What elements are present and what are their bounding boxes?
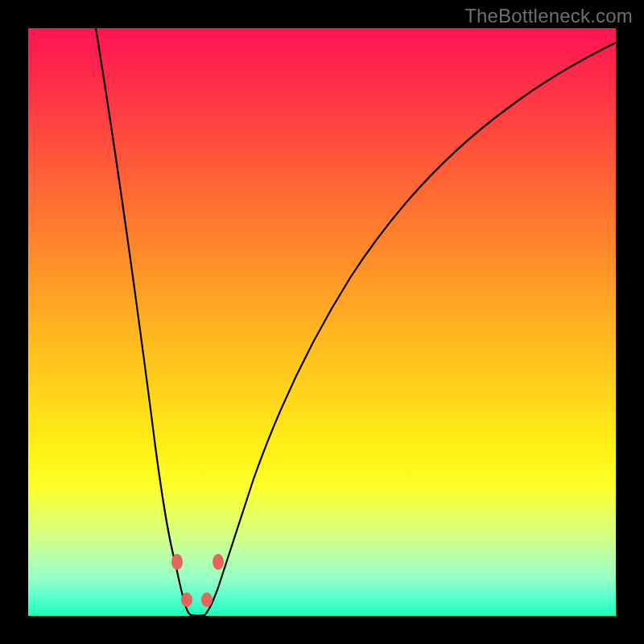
curve-marker [181,592,192,607]
curve-right-branch [204,43,616,615]
curve-left-branch [96,28,192,615]
curve-bottom [192,615,204,616]
plot-area [28,28,616,616]
chart-frame: TheBottleneck.com [0,0,644,644]
curve-marker [213,554,224,570]
bottleneck-curve-svg [28,28,616,616]
curve-marker [171,554,183,570]
watermark-text: TheBottleneck.com [464,5,633,27]
curve-marker [201,592,213,607]
